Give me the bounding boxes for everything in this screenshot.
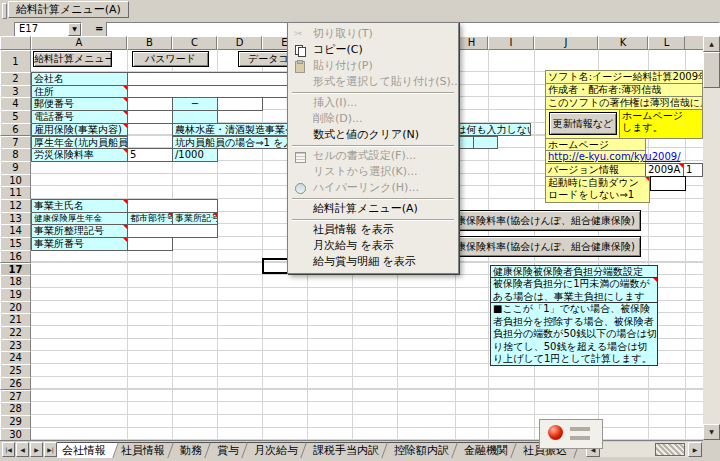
context-menu-item-4[interactable]: 形式を選択して貼り付け(S)... <box>289 74 457 90</box>
rounding-body2[interactable]: ■ここが「1」でない場合、被保険者負担分を控除する場合、被保険者負担分の端数が5… <box>490 302 658 366</box>
column-header-B[interactable]: B <box>127 36 172 50</box>
row-header-8[interactable]: 8 <box>0 148 31 162</box>
info-soft-name[interactable]: ソフト名:イージー給料計算2009年 <box>545 70 703 84</box>
cell-address-input[interactable] <box>127 85 308 99</box>
context-menu-item-8[interactable]: 数式と値のクリア(N) <box>289 127 457 143</box>
cell-pension-label[interactable]: 厚生年金(坑内員船員) <box>31 136 128 150</box>
info-autodl-input[interactable] <box>650 176 686 191</box>
row-header-27[interactable]: 27 <box>0 390 31 404</box>
info-update-note[interactable]: ホームページ します。 <box>619 109 703 139</box>
info-copyright[interactable]: このソフトの著作権は薄羽信哉に属 <box>545 96 703 110</box>
tab-last-icon[interactable]: ▶| <box>44 442 57 457</box>
row-header-25[interactable]: 25 <box>0 364 31 378</box>
context-menu-item-1[interactable]: ✂切り取り(T) <box>289 26 457 42</box>
context-menu-item-10[interactable]: セルの書式設定(F)... <box>289 148 457 164</box>
column-header-H[interactable]: H <box>455 36 488 50</box>
context-menu-item-14[interactable]: 給料計算メニュー(A) <box>289 201 457 217</box>
row-header-13[interactable]: 13 <box>0 212 31 226</box>
row-header-11[interactable]: 11 <box>0 186 31 200</box>
sheet-tab-課税手当内訳[interactable]: 課税手当内訳 <box>300 442 392 458</box>
row-header-26[interactable]: 26 <box>0 377 31 391</box>
column-header-D[interactable]: D <box>217 36 262 50</box>
cell-phone-input[interactable] <box>127 110 173 124</box>
cell-employment-label[interactable]: 雇用保険(事業内容) <box>31 123 128 137</box>
column-header-I[interactable]: I <box>488 36 534 50</box>
cell-office-seiri-input[interactable] <box>127 224 218 238</box>
row-header-28[interactable]: 28 <box>0 402 31 416</box>
cell-postal-input1[interactable] <box>127 97 173 111</box>
cell-phone-input2[interactable] <box>172 110 218 124</box>
row-header-23[interactable]: 23 <box>0 339 31 353</box>
cell-address-label[interactable]: 住所 <box>31 85 128 99</box>
cell-city-code-label[interactable]: 都市部符号 <box>127 212 173 226</box>
context-menu-item-11[interactable]: リストから選択(K)... <box>289 164 457 180</box>
info-autodl-note[interactable]: 起動時に自動ダウンロードをしない⇒1 <box>545 176 650 203</box>
info-version-label[interactable]: バージョン情報 <box>545 163 646 177</box>
hscroll-right-icon[interactable]: ▶ <box>688 442 702 457</box>
cell-office-no-label[interactable]: 事業所番号 <box>31 237 128 251</box>
row-header-10[interactable]: 10 <box>0 174 31 188</box>
sheet-tab-控除額内訳[interactable]: 控除額内訳 <box>381 442 462 458</box>
context-menu-item-17[interactable]: 月次給与 を表示 <box>289 238 457 254</box>
row-header-19[interactable]: 19 <box>0 288 31 302</box>
row-header-2[interactable]: 2 <box>0 72 31 86</box>
row-header-5[interactable]: 5 <box>0 110 31 124</box>
cell-rosai-value[interactable]: 5 <box>127 148 173 162</box>
row-header-7[interactable]: 7 <box>0 136 31 150</box>
column-header-K[interactable]: K <box>598 36 648 50</box>
cell-office-mark-label[interactable]: 事業所記号 <box>172 212 218 226</box>
health-rate-button-1[interactable]: の健康保険料率(協会けんぽ、組合健康保険) <box>430 210 641 231</box>
update-info-button[interactable]: 更新情報など <box>549 112 617 135</box>
info-author[interactable]: 作成者・配布者:薄羽信哉 <box>545 83 703 97</box>
row-header-29[interactable]: 29 <box>0 415 31 429</box>
cell-rosai-label[interactable]: 労災保険料率 <box>31 148 128 162</box>
tab-first-icon[interactable]: |◀ <box>2 442 15 457</box>
health-rate-button-2[interactable]: の健康保険料率(協会けんぽ、組合健康保険) <box>430 236 641 257</box>
cell-company-label[interactable]: 会社名 <box>31 72 128 86</box>
sheet-tab-会社情報[interactable]: 会社情報 <box>57 442 119 458</box>
tab-prev-icon[interactable]: ◀ <box>16 442 29 457</box>
cell-office-seiri-label[interactable]: 事業所整理記号 <box>31 224 128 238</box>
info-version-number[interactable]: 1 <box>683 163 703 177</box>
vertical-scroll-thumb[interactable] <box>703 52 720 88</box>
vertical-scrollbar[interactable]: ▲ ▼ <box>703 36 720 440</box>
row-header-22[interactable]: 22 <box>0 326 31 340</box>
row-header-3[interactable]: 3 <box>0 85 31 99</box>
cell-company-input[interactable] <box>127 72 308 86</box>
row-header-16[interactable]: 16 <box>0 250 31 264</box>
toolbar-drag-handle[interactable] <box>2 3 7 19</box>
floating-clipboard-object[interactable] <box>539 419 603 449</box>
cell-rosai-unit[interactable]: /1000 <box>172 148 218 162</box>
column-header-C[interactable]: C <box>172 36 217 50</box>
context-menu-item-3[interactable]: 貼り付け(P) <box>289 58 457 74</box>
cell-phone-label[interactable]: 電話番号 <box>31 110 128 124</box>
row-header-24[interactable]: 24 <box>0 351 31 365</box>
scroll-down-icon[interactable]: ▼ <box>703 424 720 440</box>
row-header-15[interactable]: 15 <box>0 237 31 251</box>
row-header-14[interactable]: 14 <box>0 224 31 238</box>
edit-formula-icon[interactable]: = <box>95 23 103 34</box>
row-header-6[interactable]: 6 <box>0 123 31 137</box>
cell-owner-label[interactable]: 事業主氏名 <box>31 199 128 213</box>
scroll-up-icon[interactable]: ▲ <box>703 36 720 52</box>
context-menu-item-2[interactable]: コピー(C) <box>289 42 457 58</box>
select-all-corner[interactable] <box>0 36 31 50</box>
horizontal-scroll-thumb[interactable] <box>655 443 685 456</box>
column-header-A[interactable]: A <box>31 36 127 50</box>
row-header-12[interactable]: 12 <box>0 199 31 213</box>
context-menu-item-12[interactable]: ハイパーリンク(H)... <box>289 180 457 196</box>
context-menu-item-16[interactable]: 社員情報 を表示 <box>289 222 457 238</box>
cell-pension-extra2[interactable] <box>473 136 498 150</box>
row-header-21[interactable]: 21 <box>0 313 31 327</box>
name-box-dropdown-icon[interactable]: ▼ <box>68 23 81 36</box>
cell-owner-input[interactable] <box>127 199 218 213</box>
homepage-link[interactable]: http://e-kyu.com/kyu2009/ <box>545 150 646 164</box>
password-button[interactable]: パスワード <box>132 51 209 67</box>
cell-postal-dash[interactable]: − <box>172 97 218 111</box>
rounding-body1[interactable]: 被保険者負担分に1円未満の端数がある場合は、事業主負担にします⇒1 <box>490 277 658 303</box>
row-header-18[interactable]: 18 <box>0 275 31 289</box>
row-header-9[interactable]: 9 <box>0 161 31 175</box>
column-header-J[interactable]: J <box>534 36 598 50</box>
row-header-4[interactable]: 4 <box>0 97 31 111</box>
tab-next-icon[interactable]: ▶ <box>30 442 43 457</box>
